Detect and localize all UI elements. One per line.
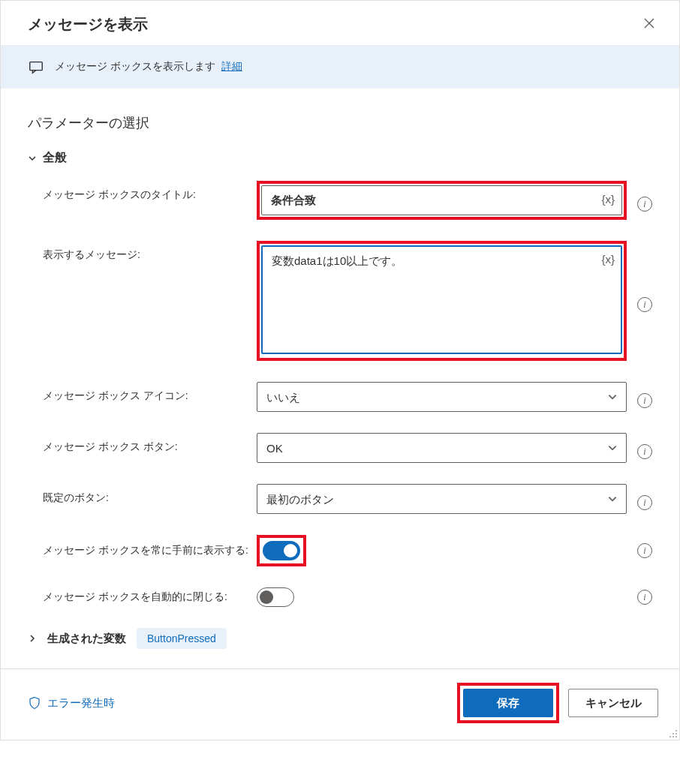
banner-text: メッセージ ボックスを表示します — [55, 60, 215, 72]
dialog-footer: エラー発生時 保存 キャンセル — [1, 668, 679, 740]
shield-icon — [28, 696, 41, 710]
generated-vars-label: 生成された変数 — [47, 632, 126, 646]
info-icon[interactable]: i — [637, 495, 652, 510]
label-title: メッセージ ボックスのタイトル: — [43, 181, 257, 202]
svg-point-3 — [675, 733, 677, 734]
info-icon[interactable]: i — [637, 393, 652, 408]
variable-chip[interactable]: ButtonPressed — [137, 628, 227, 649]
variable-token-button[interactable]: {x} — [601, 253, 615, 266]
message-dialog: メッセージを表示 メッセージ ボックスを表示します 詳細 パラメーターの選択 全… — [0, 0, 680, 740]
save-button[interactable]: 保存 — [463, 689, 553, 717]
row-title: メッセージ ボックスのタイトル: {x} i — [43, 181, 652, 220]
svg-point-5 — [672, 736, 674, 737]
resize-grip-icon[interactable] — [667, 728, 678, 738]
dialog-title: メッセージを表示 — [28, 14, 148, 35]
info-banner: メッセージ ボックスを表示します 詳細 — [1, 45, 679, 89]
on-error-label: エラー発生時 — [47, 696, 115, 710]
section-title: パラメーターの選択 — [28, 114, 652, 132]
on-error-link[interactable]: エラー発生時 — [28, 696, 115, 710]
svg-point-4 — [669, 736, 671, 737]
toggle-knob — [284, 544, 297, 557]
info-icon[interactable]: i — [637, 197, 652, 212]
group-general-label: 全般 — [43, 150, 67, 166]
row-message: 表示するメッセージ: {x} i — [43, 241, 652, 361]
info-icon[interactable]: i — [637, 590, 652, 605]
svg-point-1 — [675, 730, 677, 731]
default-button-select[interactable]: 最初のボタン — [257, 484, 627, 514]
info-icon[interactable]: i — [637, 444, 652, 459]
label-autoclose: メッセージ ボックスを自動的に閉じる: — [43, 590, 257, 604]
label-default-button: 既定のボタン: — [43, 484, 257, 505]
info-icon[interactable]: i — [637, 543, 652, 558]
row-icon: メッセージ ボックス アイコン: いいえ i — [43, 382, 652, 412]
buttons-select[interactable]: OK — [257, 433, 627, 463]
toggle-knob — [260, 590, 273, 604]
banner-link[interactable]: 詳細 — [221, 60, 242, 72]
group-general-header[interactable]: 全般 — [28, 150, 652, 166]
chevron-down-icon — [28, 154, 37, 163]
row-topmost: メッセージ ボックスを常に手前に表示する: i — [43, 535, 652, 566]
label-message: 表示するメッセージ: — [43, 241, 257, 262]
chevron-right-icon — [28, 634, 37, 643]
row-buttons: メッセージ ボックス ボタン: OK i — [43, 433, 652, 463]
message-input[interactable] — [261, 245, 622, 354]
close-icon — [643, 17, 655, 29]
title-input[interactable] — [261, 185, 622, 215]
label-topmost: メッセージ ボックスを常に手前に表示する: — [43, 544, 257, 557]
dialog-body: パラメーターの選択 全般 メッセージ ボックスのタイトル: {x} i — [1, 89, 679, 668]
autoclose-toggle[interactable] — [257, 587, 294, 607]
label-buttons: メッセージ ボックス ボタン: — [43, 433, 257, 454]
svg-point-6 — [675, 736, 677, 737]
topmost-toggle[interactable] — [263, 541, 300, 560]
svg-point-2 — [672, 733, 674, 734]
info-icon[interactable]: i — [637, 297, 652, 312]
icon-select[interactable]: いいえ — [257, 382, 627, 412]
row-default-button: 既定のボタン: 最初のボタン i — [43, 484, 652, 514]
close-button[interactable] — [640, 14, 658, 35]
variable-token-button[interactable]: {x} — [601, 193, 615, 206]
dialog-header: メッセージを表示 — [1, 1, 679, 45]
row-autoclose: メッセージ ボックスを自動的に閉じる: i — [43, 587, 652, 607]
generated-variables-header[interactable]: 生成された変数 ButtonPressed — [28, 628, 652, 649]
label-icon: メッセージ ボックス アイコン: — [43, 382, 257, 403]
svg-rect-0 — [30, 62, 43, 71]
message-icon — [28, 59, 44, 75]
cancel-button[interactable]: キャンセル — [568, 689, 658, 717]
